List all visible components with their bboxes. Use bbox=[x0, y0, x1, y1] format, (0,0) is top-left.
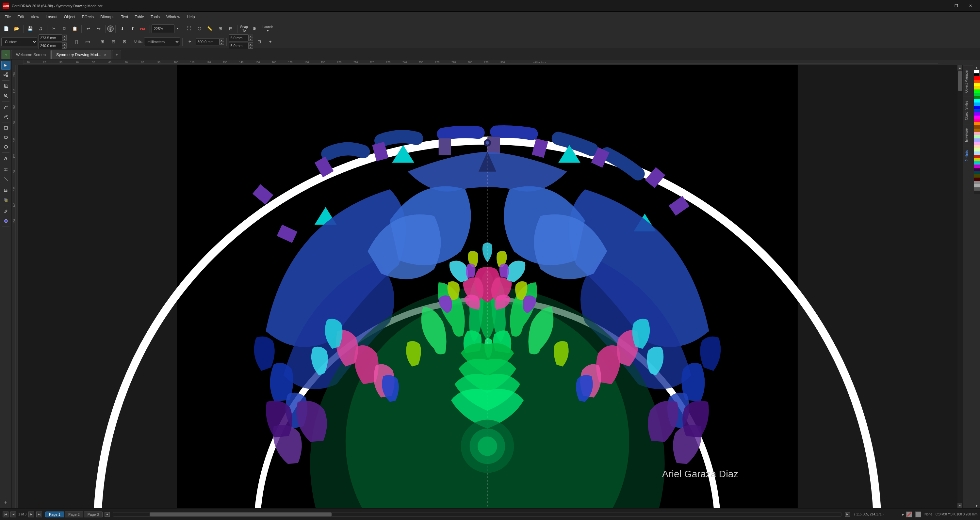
menu-help[interactable]: Help bbox=[184, 13, 198, 21]
guidelines-button[interactable]: ⊟ bbox=[226, 24, 235, 33]
redo-button[interactable]: ↪ bbox=[94, 24, 103, 33]
menu-table[interactable]: Table bbox=[131, 13, 147, 21]
tab-home[interactable]: ⌂ bbox=[1, 50, 10, 59]
color-light-green[interactable] bbox=[974, 135, 980, 138]
color-red[interactable] bbox=[974, 76, 980, 80]
tool-node-edit[interactable] bbox=[1, 70, 10, 79]
tab-welcome[interactable]: Welcome Screen bbox=[11, 50, 51, 59]
cut-button[interactable]: ✂ bbox=[49, 24, 59, 33]
color-teal[interactable] bbox=[974, 161, 980, 165]
new-button[interactable]: 📄 bbox=[1, 24, 11, 33]
menu-view[interactable]: View bbox=[27, 13, 43, 21]
minimize-button[interactable]: ─ bbox=[935, 1, 949, 10]
palette-scroll-up[interactable]: ▲ bbox=[974, 65, 980, 70]
tool-interactive[interactable] bbox=[1, 216, 10, 225]
tool-smart-draw[interactable] bbox=[1, 112, 10, 121]
coords-toggle[interactable]: ▶ bbox=[902, 513, 904, 516]
tool-zoom[interactable] bbox=[1, 91, 10, 100]
color-light-purple[interactable] bbox=[974, 142, 980, 145]
color-light-pink[interactable] bbox=[974, 132, 980, 135]
zoom-dropdown[interactable]: ▼ bbox=[175, 24, 180, 33]
doc-width-input[interactable] bbox=[38, 34, 62, 41]
menu-tools[interactable]: Tools bbox=[147, 13, 163, 21]
zoom-input[interactable]: 225% bbox=[151, 24, 175, 33]
menu-window[interactable]: Window bbox=[163, 13, 184, 21]
restore-button[interactable]: ❐ bbox=[949, 1, 963, 10]
menu-bitmaps[interactable]: Bitmaps bbox=[97, 13, 118, 21]
units-dropdown[interactable]: millimeters bbox=[144, 38, 180, 46]
page-last-button[interactable]: ▶| bbox=[36, 512, 42, 517]
paste-button[interactable]: 📋 bbox=[70, 24, 80, 33]
pdf-button[interactable]: PDF bbox=[138, 24, 148, 33]
palette-scroll-down[interactable]: ▼ bbox=[974, 504, 980, 508]
tool-rectangle[interactable] bbox=[1, 124, 10, 133]
x-pos-input[interactable] bbox=[196, 38, 220, 45]
tool-parallel-dim[interactable] bbox=[1, 165, 10, 174]
color-dark-green[interactable] bbox=[974, 96, 980, 99]
menu-text[interactable]: Text bbox=[118, 13, 131, 21]
add-page-button[interactable]: + bbox=[266, 37, 275, 47]
color-brown[interactable] bbox=[974, 125, 980, 128]
color-magenta[interactable] bbox=[974, 116, 980, 119]
tab-add[interactable]: + bbox=[112, 50, 121, 59]
color-maroon[interactable] bbox=[974, 178, 980, 181]
color-dark-purple[interactable] bbox=[974, 168, 980, 171]
save-button[interactable]: 💾 bbox=[25, 24, 35, 33]
layout-button[interactable]: ⊠ bbox=[119, 37, 129, 47]
close-button[interactable]: ✕ bbox=[964, 1, 977, 10]
page-tab-1[interactable]: Page 1 bbox=[45, 512, 64, 517]
export-button[interactable]: ⬆ bbox=[128, 24, 137, 33]
menu-layout[interactable]: Layout bbox=[43, 13, 61, 21]
color-orange[interactable] bbox=[974, 122, 980, 125]
print-button[interactable]: 🖨 bbox=[36, 24, 45, 33]
page-next-button[interactable]: ▶ bbox=[29, 512, 34, 517]
h-down[interactable]: ▼ bbox=[248, 45, 253, 49]
tool-ellipse[interactable] bbox=[1, 133, 10, 142]
tool-eyedropper[interactable] bbox=[1, 207, 10, 216]
tool-crop[interactable] bbox=[1, 82, 10, 91]
panel-object-manager[interactable]: Object Manager bbox=[963, 65, 973, 97]
tool-select[interactable] bbox=[1, 61, 10, 70]
tool-polygon[interactable] bbox=[1, 142, 10, 151]
panel-hints[interactable]: ? Hints bbox=[963, 146, 973, 165]
landscape-button[interactable]: ▭ bbox=[83, 37, 92, 47]
color-gray[interactable] bbox=[974, 181, 980, 184]
tab-symmetry[interactable]: Symmetry Drawing Mod... ✕ bbox=[51, 50, 111, 59]
color-light-blue[interactable] bbox=[974, 138, 980, 142]
rulers-button[interactable]: 📏 bbox=[205, 24, 215, 33]
w-input[interactable] bbox=[229, 34, 248, 41]
x-down[interactable]: ▼ bbox=[220, 41, 224, 45]
color-dark-olive[interactable] bbox=[974, 174, 980, 178]
open-button[interactable]: 📂 bbox=[12, 24, 22, 33]
color-dark-blue[interactable] bbox=[974, 109, 980, 112]
scroll-thumb-v[interactable] bbox=[958, 71, 963, 91]
tool-fill[interactable] bbox=[1, 195, 10, 205]
color-light-gray[interactable] bbox=[974, 184, 980, 187]
w-down[interactable]: ▼ bbox=[248, 38, 253, 41]
color-near-black[interactable] bbox=[974, 191, 980, 194]
color-olive[interactable] bbox=[974, 158, 980, 161]
doc-height-down[interactable]: ▼ bbox=[62, 45, 67, 49]
color-dark-red[interactable] bbox=[974, 155, 980, 158]
portrait-button[interactable]: ▯ bbox=[72, 37, 81, 47]
color-dark-teal[interactable] bbox=[974, 171, 980, 174]
scrollbar-thumb-h[interactable] bbox=[150, 512, 332, 517]
tool-shadow[interactable] bbox=[1, 186, 10, 195]
snap-settings-button[interactable]: ⚙ bbox=[250, 24, 259, 33]
tool-text[interactable]: A bbox=[1, 154, 10, 163]
doc-size-dropdown[interactable]: Custom bbox=[1, 38, 37, 46]
bleed-button[interactable]: ⊟ bbox=[108, 37, 118, 47]
color-sienna[interactable] bbox=[974, 128, 980, 132]
tab-close-icon[interactable]: ✕ bbox=[104, 53, 107, 57]
color-black[interactable] bbox=[974, 73, 980, 76]
page-tab-2[interactable]: Page 2 bbox=[65, 512, 83, 517]
color-yellow[interactable] bbox=[974, 83, 980, 86]
h-input[interactable] bbox=[229, 42, 248, 49]
undo-button[interactable]: ↩ bbox=[83, 24, 93, 33]
snap-button[interactable]: ◎ bbox=[107, 25, 114, 32]
canvas-area[interactable]: Ariel Garaza Diaz bbox=[18, 65, 957, 508]
color-lime[interactable] bbox=[974, 89, 980, 93]
page-first-button[interactable]: |◀ bbox=[3, 512, 8, 517]
color-peach[interactable] bbox=[974, 145, 980, 148]
panel-object-styles[interactable]: Object Styles bbox=[963, 97, 973, 124]
